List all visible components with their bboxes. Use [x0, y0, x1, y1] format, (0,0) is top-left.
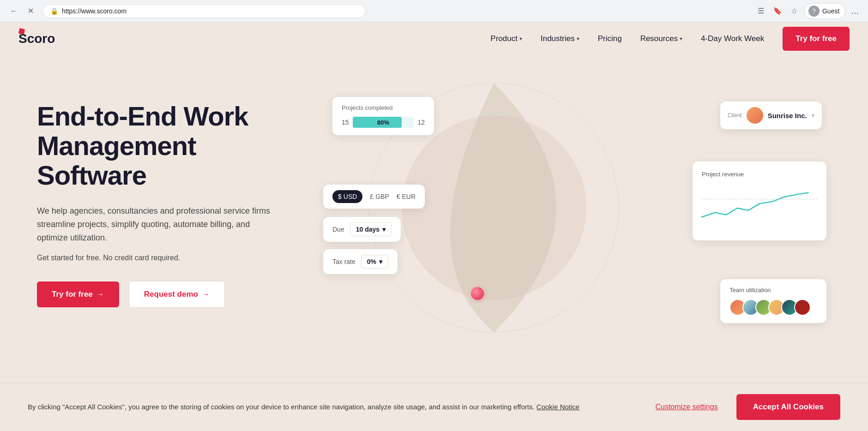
- nav-item-product[interactable]: Product ▾: [490, 34, 522, 43]
- url-text: https://www.scoro.com: [62, 7, 358, 15]
- nav-item-industries[interactable]: Industries ▾: [541, 34, 579, 43]
- currency-gbp-label: GBP: [375, 193, 389, 200]
- client-card: Client Sunrise Inc. ▾: [720, 102, 822, 129]
- client-name: Sunrise Inc.: [768, 112, 807, 120]
- currency-eur[interactable]: € EUR: [397, 193, 416, 200]
- nav-4day-label: 4-Day Work Week: [701, 34, 764, 43]
- hero-demo-label: Request demo: [144, 290, 198, 299]
- hero-buttons: Try for free → Request demo →: [37, 281, 295, 308]
- browser-actions: ☰ 🔖 ☆ ? Guest ...: [754, 3, 861, 19]
- nav-industries-label: Industries: [541, 34, 575, 43]
- client-label: Client: [728, 112, 742, 119]
- cookie-text: By clicking "Accept All Cookies", you ag…: [28, 402, 637, 413]
- browser-chrome: ← ✕ 🔒 https://www.scoro.com ☰ 🔖 ☆ ? Gues…: [0, 0, 868, 22]
- due-chevron-icon: ▾: [382, 226, 386, 233]
- hero-demo-arrow: →: [202, 290, 210, 299]
- nav-pricing-label: Pricing: [598, 34, 622, 43]
- team-avatar-6: [794, 299, 811, 316]
- hero-try-button[interactable]: Try for free →: [37, 281, 119, 307]
- projects-card-title: Projects completed: [342, 104, 425, 111]
- currency-dollar-icon: $: [338, 193, 342, 200]
- tax-rate: 0%: [367, 258, 376, 265]
- nav-items: Product ▾ Industries ▾ Pricing Resources…: [490, 34, 764, 43]
- product-chevron-icon: ▾: [519, 36, 522, 42]
- tax-value[interactable]: 0% ▾: [361, 255, 388, 269]
- projects-card: Projects completed 15 80% 12: [332, 97, 434, 135]
- hero-section: End-to-End Work Management Software We h…: [0, 55, 868, 378]
- team-title: Team utilization: [729, 287, 817, 293]
- reader-mode-button[interactable]: ☰: [754, 5, 767, 18]
- currency-pound-icon: £: [370, 193, 374, 200]
- cookie-notice-link[interactable]: Cookie Notice: [536, 403, 579, 411]
- nav-product-label: Product: [490, 34, 518, 43]
- hero-right: Projects completed 15 80% 12 Client Sunr…: [323, 83, 831, 337]
- lock-icon: 🔒: [50, 7, 58, 15]
- bookmark-button[interactable]: ☆: [788, 5, 801, 18]
- projects-bar: 15 80% 12: [342, 117, 425, 128]
- hero-try-arrow: →: [96, 290, 104, 299]
- hero-left: End-to-End Work Management Software We h…: [37, 83, 295, 308]
- team-card: Team utilization: [720, 279, 826, 323]
- due-days: 10 days: [356, 226, 380, 233]
- guest-label: Guest: [822, 7, 839, 15]
- projects-right-num: 12: [417, 119, 425, 126]
- customize-settings-button[interactable]: Customize settings: [655, 403, 717, 411]
- more-options-button[interactable]: ...: [849, 6, 861, 16]
- cookie-description: By clicking "Accept All Cookies", you ag…: [28, 403, 535, 411]
- client-avatar-icon: [747, 107, 763, 124]
- due-value[interactable]: 10 days ▾: [350, 222, 392, 236]
- currency-euro-icon: €: [397, 193, 400, 200]
- resources-chevron-icon: ▾: [680, 36, 682, 42]
- svg-point-1: [402, 115, 586, 300]
- revenue-chart: [702, 185, 817, 231]
- hero-title: End-to-End Work Management Software: [37, 102, 295, 190]
- forward-button[interactable]: ✕: [24, 5, 37, 18]
- logo[interactable]: Scoro: [18, 31, 55, 46]
- currency-card: $ USD £ GBP € EUR: [323, 185, 425, 209]
- currency-usd-label: USD: [344, 193, 357, 200]
- due-card: Due 10 days ▾: [323, 217, 401, 242]
- back-button[interactable]: ←: [7, 5, 20, 18]
- revenue-dashed-line: [702, 199, 817, 199]
- cookie-banner: By clicking "Accept All Cookies", you ag…: [0, 383, 868, 431]
- revenue-card: Project revenue: [693, 162, 826, 240]
- guest-avatar: ?: [808, 6, 820, 17]
- hero-try-label: Try for free: [52, 290, 93, 299]
- nav-item-resources[interactable]: Resources ▾: [640, 34, 682, 43]
- team-avatars: [729, 299, 817, 316]
- address-bar[interactable]: 🔒 https://www.scoro.com: [42, 4, 366, 18]
- browser-controls: ← ✕: [7, 5, 37, 18]
- nav-try-button[interactable]: Try for free: [783, 27, 850, 51]
- nav-item-pricing[interactable]: Pricing: [598, 34, 622, 43]
- tax-chevron-icon: ▾: [379, 258, 382, 265]
- decorative-sphere: [471, 287, 484, 300]
- currency-usd[interactable]: $ USD: [332, 190, 362, 203]
- progress-label: 80%: [377, 119, 389, 126]
- tax-card: Tax rate 0% ▾: [323, 249, 398, 274]
- hero-demo-button[interactable]: Request demo →: [128, 281, 225, 308]
- nav-resources-label: Resources: [640, 34, 678, 43]
- industries-chevron-icon: ▾: [577, 36, 579, 42]
- currency-eur-label: EUR: [402, 193, 416, 200]
- currency-gbp[interactable]: £ GBP: [370, 193, 389, 200]
- progress-bar: 80%: [353, 117, 414, 128]
- hero-description: We help agencies, consultancies and prof…: [37, 204, 277, 244]
- accept-cookies-button[interactable]: Accept All Cookies: [736, 394, 840, 420]
- nav-item-4day[interactable]: 4-Day Work Week: [701, 34, 764, 43]
- tax-label: Tax rate: [332, 258, 356, 265]
- hero-no-credit-card: Get started for free. No credit card req…: [37, 254, 295, 262]
- guest-button[interactable]: ? Guest: [804, 3, 845, 19]
- client-chevron-icon: ▾: [812, 112, 814, 119]
- navigation: Scoro Product ▾ Industries ▾ Pricing Res…: [0, 22, 868, 55]
- due-label: Due: [332, 226, 344, 233]
- save-button[interactable]: 🔖: [771, 5, 784, 18]
- revenue-title: Project revenue: [702, 171, 817, 178]
- projects-left-num: 15: [342, 119, 349, 126]
